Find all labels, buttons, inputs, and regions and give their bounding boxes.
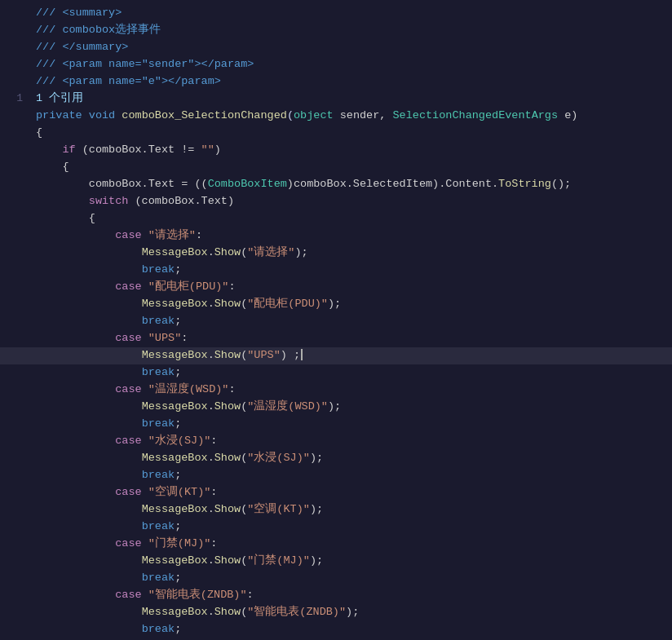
line-content: break; [36, 364, 665, 382]
token: break [142, 366, 175, 378]
line-content: case "温湿度(WSD)": [36, 382, 665, 399]
line-content: MessageBox.Show("智能电表(ZNDB)"); [36, 604, 665, 621]
code-line: if (comboBox.Text != "") [0, 142, 672, 159]
token: ; [175, 417, 181, 430]
token: ); [328, 298, 341, 310]
token [36, 383, 115, 395]
token: { [36, 212, 95, 224]
code-line: case "空调(KT)": [0, 484, 672, 501]
token: break [142, 572, 175, 584]
token: Show [214, 452, 241, 464]
token: case [115, 383, 141, 395]
code-line: switch (comboBox.Text) [0, 193, 672, 210]
token [36, 503, 142, 515]
token: case [115, 486, 141, 498]
token: "门禁(MJ)" [148, 537, 211, 550]
token [142, 229, 148, 241]
code-line: MessageBox.Show("温湿度(WSD)"); [0, 399, 672, 416]
token: void [89, 109, 122, 121]
token: ToString [498, 178, 551, 190]
token: Show [214, 349, 241, 361]
token: )comboBox.SelectedItem).Content. [287, 178, 498, 190]
token: break [142, 263, 175, 276]
token: ); [310, 503, 323, 515]
line-content: MessageBox.Show("配电柜(PDU)"); [36, 296, 665, 313]
code-line: break; [0, 467, 672, 484]
token: ; [175, 469, 181, 481]
code-line: break; [0, 313, 672, 330]
token: "UPS" [247, 349, 281, 361]
token [36, 143, 62, 156]
token: (comboBox.Text != [76, 143, 201, 156]
token [142, 383, 148, 395]
token: /// combobox选择事件 [36, 24, 161, 36]
line-content: case "UPS": [36, 330, 665, 347]
token [36, 366, 142, 378]
token [36, 589, 115, 601]
token: ></param> [194, 58, 254, 70]
token: ) [214, 143, 221, 156]
code-line: /// combobox选择事件 [0, 22, 672, 39]
token: Show [214, 298, 241, 310]
token: . [208, 606, 214, 618]
code-line: break; [0, 519, 672, 536]
token: MessageBox [142, 400, 208, 413]
token: ComboBoxItem [208, 178, 287, 190]
token: ( [287, 109, 294, 121]
token: "sender" [142, 58, 195, 70]
token: MessageBox [142, 606, 208, 618]
token [36, 315, 142, 327]
token [36, 486, 115, 498]
token [142, 486, 148, 498]
code-line: /// </summary> [0, 39, 672, 56]
code-line: case "温湿度(WSD)": [0, 382, 672, 399]
code-line: comboBox.Text = ((ComboBoxItem)comboBox.… [0, 176, 672, 193]
token: "配电柜(PDU)" [148, 280, 229, 293]
token: Show [214, 400, 241, 413]
code-line: { [0, 210, 672, 227]
token: "智能电表(ZNDB)" [148, 589, 247, 601]
token: switch [89, 195, 129, 207]
code-line: /// <param name="sender"></param> [0, 56, 672, 73]
token [36, 417, 142, 430]
line-content: /// <summary> [36, 5, 665, 22]
token [142, 435, 148, 447]
token: MessageBox [142, 503, 208, 515]
token: { [36, 161, 69, 173]
token: MessageBox [142, 349, 208, 361]
token [142, 332, 148, 344]
line-content: case "门禁(MJ)": [36, 536, 665, 553]
token: "水浸(SJ)" [247, 452, 310, 464]
line-content: { [36, 159, 665, 176]
token: "智能电表(ZNDB)" [247, 606, 346, 618]
line-content: if (comboBox.Text != "") [36, 142, 665, 159]
token: ; [175, 366, 181, 378]
token: MessageBox [142, 554, 208, 567]
token [142, 280, 148, 293]
code-line: case "UPS": [0, 330, 672, 347]
code-line: { [0, 159, 672, 176]
token: . [208, 503, 214, 515]
token: sender, [334, 109, 393, 121]
token: break [142, 623, 175, 635]
token: { [36, 126, 42, 139]
token: ) ; [281, 349, 300, 361]
token: ); [310, 452, 323, 464]
token: comboBox_SelectionChanged [122, 109, 287, 121]
token: MessageBox [142, 246, 208, 258]
token: break [142, 520, 175, 532]
token [36, 554, 142, 567]
code-line: MessageBox.Show("门禁(MJ)"); [0, 553, 672, 570]
token: ; [175, 520, 181, 532]
code-line: MessageBox.Show("请选择"); [0, 245, 672, 262]
token: "温湿度(WSD)" [148, 383, 229, 395]
token: case [115, 280, 141, 293]
line-content: { [36, 210, 665, 227]
token [36, 520, 142, 532]
token [36, 606, 142, 618]
token: ; [175, 623, 181, 635]
token: "空调(KT)" [148, 486, 211, 498]
token: Show [214, 554, 241, 567]
token: break [142, 417, 175, 430]
line-content: case "请选择": [36, 227, 665, 245]
